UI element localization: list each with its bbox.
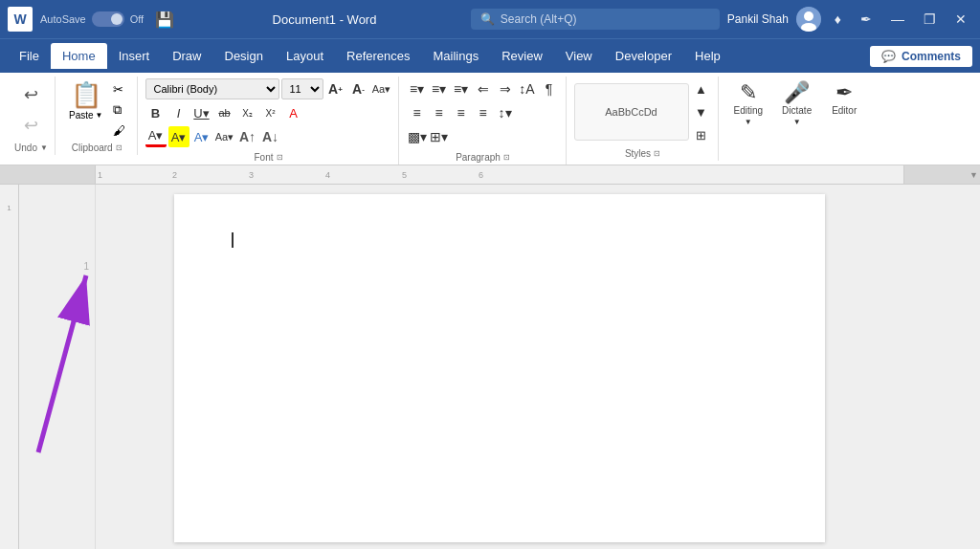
font-shrink2-button[interactable]: A↓ <box>260 126 281 147</box>
align-left-button[interactable]: ≡ <box>407 102 428 123</box>
shrink-font-button[interactable]: A- <box>348 78 369 99</box>
comment-icon: 💬 <box>881 50 896 63</box>
save-icon[interactable]: 💾 <box>155 11 174 29</box>
title-bar: W AutoSave Off 💾 Document1 - Word 🔍 Sear… <box>0 0 980 38</box>
page-number: 1 <box>83 261 89 272</box>
decrease-indent-button[interactable]: ⇐ <box>473 78 494 99</box>
comments-button[interactable]: 💬 Comments <box>870 46 972 67</box>
paste-button[interactable]: 📋 Paste ▼ <box>65 78 107 122</box>
shading-button[interactable]: ▩▾ <box>407 126 428 147</box>
document-area: 1 1 <box>0 185 980 549</box>
styles-expand-icon[interactable]: ⊡ <box>654 149 660 158</box>
numbering-button[interactable]: ≡▾ <box>429 78 450 99</box>
document-title: Document1 - Word <box>186 12 463 27</box>
dictate-button[interactable]: 🎤 Dictate ▼ <box>774 78 819 130</box>
menu-insert[interactable]: Insert <box>107 43 162 69</box>
autosave-toggle[interactable] <box>92 11 124 27</box>
dictate-dropdown-icon[interactable]: ▼ <box>793 118 801 126</box>
bullets-button[interactable]: ≡▾ <box>407 78 428 99</box>
undo-button[interactable]: ↩ <box>20 80 42 109</box>
editor-button[interactable]: ✒ Editor <box>823 78 865 120</box>
sort-button[interactable]: ↕A <box>517 78 538 99</box>
justify-button[interactable]: ≡ <box>473 102 494 123</box>
uppercase-button[interactable]: Aa▾ <box>214 126 235 147</box>
clipboard-group: 📋 Paste ▼ ✂ ⧉ 🖌 Clipboard ⊡ <box>57 77 138 155</box>
minimize-button[interactable]: — <box>885 10 910 29</box>
underline-button[interactable]: U▾ <box>191 102 212 123</box>
ruler-left-margin: ▼ <box>0 165 96 184</box>
italic-button[interactable]: I <box>168 102 189 123</box>
styles-scroll-up[interactable]: ▲ <box>691 78 712 99</box>
menu-developer[interactable]: Developer <box>604 43 683 69</box>
menu-mailings[interactable]: Mailings <box>422 43 491 69</box>
font-name-select[interactable]: Calibri (Body) <box>145 78 279 99</box>
font-color-button[interactable]: A▾ <box>145 126 167 147</box>
undo-expand-icon[interactable]: ▼ <box>40 143 48 152</box>
line-spacing-button[interactable]: ↕▾ <box>495 102 516 123</box>
superscript-button[interactable]: X² <box>260 102 281 123</box>
undo-group: ↩ ↩ Undo ▼ <box>8 77 56 155</box>
menu-help[interactable]: Help <box>683 43 732 69</box>
styles-expand[interactable]: ⊞ <box>691 124 712 145</box>
search-box[interactable]: 🔍 Search (Alt+Q) <box>471 9 720 30</box>
subscript-button[interactable]: X₂ <box>237 102 258 123</box>
borders-button[interactable]: ⊞▾ <box>429 126 450 147</box>
autosave-area: AutoSave Off <box>40 11 144 27</box>
paste-dropdown-icon[interactable]: ▼ <box>96 111 103 120</box>
user-avatar[interactable] <box>796 7 821 32</box>
diamond-icon[interactable]: ♦ <box>829 10 847 29</box>
align-center-button[interactable]: ≡ <box>429 102 450 123</box>
svg-point-1 <box>804 11 813 21</box>
menu-review[interactable]: Review <box>490 43 554 69</box>
menu-design[interactable]: Design <box>213 43 275 69</box>
right-sidebar <box>903 185 980 549</box>
pen-icon[interactable]: ✒ <box>855 10 878 29</box>
close-button[interactable]: ✕ <box>949 10 972 29</box>
paragraph-expand-icon[interactable]: ⊡ <box>503 153 510 162</box>
paste-label: Paste <box>69 110 94 121</box>
change-case-button[interactable]: Aa▾ <box>371 78 392 99</box>
editing-group: ✎ Editing ▼ 🎤 Dictate ▼ ✒ Editor <box>721 77 872 130</box>
editing-label: Editing <box>734 105 764 116</box>
font-grow2-button[interactable]: A↑ <box>237 126 258 147</box>
styles-group: AaBbCcDd ▲ ▼ ⊞ Styles ⊡ <box>568 77 719 161</box>
styles-label: Styles <box>625 148 651 159</box>
menu-home[interactable]: Home <box>51 43 107 69</box>
highlight-button[interactable]: A▾ <box>168 126 189 147</box>
grow-font-button[interactable]: A+ <box>325 78 346 99</box>
styles-gallery[interactable]: AaBbCcDd <box>574 83 689 141</box>
editing-button[interactable]: ✎ Editing ▼ <box>726 78 771 130</box>
format-painter-button[interactable]: 🖌 <box>109 121 129 140</box>
multilevel-button[interactable]: ≡▾ <box>451 78 472 99</box>
cut-button[interactable]: ✂ <box>109 80 129 99</box>
menu-references[interactable]: References <box>335 43 421 69</box>
undo-label: Undo <box>14 143 37 153</box>
comments-label: Comments <box>902 50 961 63</box>
paragraph-group: ≡▾ ≡▾ ≡▾ ⇐ ⇒ ↕A ¶ ≡ ≡ ≡ ≡ ↕▾ ▩▾ ⊞▾ Parag… <box>401 77 567 165</box>
text-effects-button[interactable]: A▾ <box>191 126 212 147</box>
increase-indent-button[interactable]: ⇒ <box>495 78 516 99</box>
editor-icon: ✒ <box>835 82 853 103</box>
editing-icon: ✎ <box>740 82 757 103</box>
strikethrough-button[interactable]: ab <box>214 102 235 123</box>
menu-view[interactable]: View <box>554 43 604 69</box>
show-marks-button[interactable]: ¶ <box>539 78 560 99</box>
menu-file[interactable]: File <box>8 43 51 69</box>
clear-format-button[interactable]: A <box>283 102 304 123</box>
copy-button[interactable]: ⧉ <box>109 100 129 120</box>
menu-draw[interactable]: Draw <box>161 43 212 69</box>
styles-scroll-down[interactable]: ▼ <box>691 101 712 122</box>
paragraph-label: Paragraph <box>456 152 501 163</box>
editing-dropdown-icon[interactable]: ▼ <box>745 118 752 126</box>
dictate-label: Dictate <box>782 105 812 116</box>
font-size-select[interactable]: 11 <box>281 78 323 99</box>
redo-button[interactable]: ↩ <box>20 111 42 140</box>
menu-layout[interactable]: Layout <box>275 43 335 69</box>
autosave-off-label: Off <box>130 13 144 25</box>
document-page[interactable] <box>174 194 825 542</box>
align-right-button[interactable]: ≡ <box>451 102 472 123</box>
bold-button[interactable]: B <box>145 102 167 123</box>
font-expand-icon[interactable]: ⊡ <box>277 153 283 162</box>
clipboard-expand-icon[interactable]: ⊡ <box>116 143 122 152</box>
restore-button[interactable]: ❐ <box>918 10 942 29</box>
